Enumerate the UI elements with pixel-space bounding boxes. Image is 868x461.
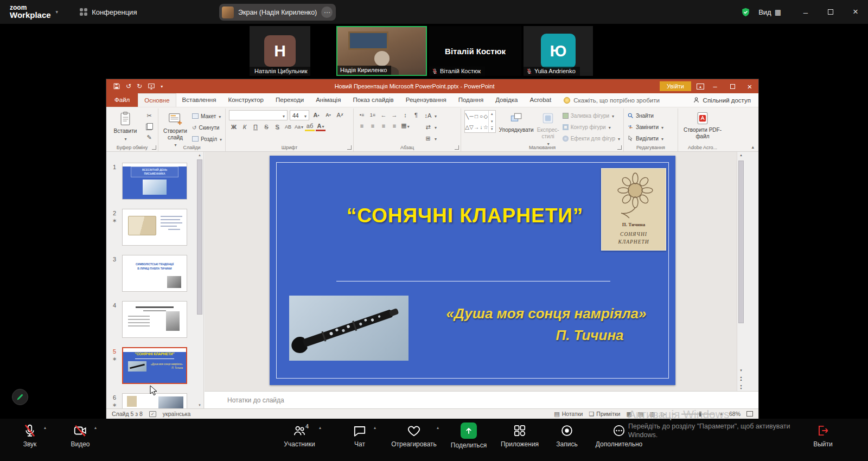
- tab-acrobat[interactable]: Acrobat: [524, 93, 558, 107]
- tab-slideshow[interactable]: Показ слайдів: [347, 93, 399, 107]
- font-size-combo[interactable]: 44: [290, 110, 309, 120]
- thumbnail-slide-5-selected[interactable]: "СОНЯЧНІ КЛАРНЕТИ" «Душа моя сонця намрі…: [122, 347, 187, 384]
- book-cover-image[interactable]: П. Тичина СОНЯЧНІ КЛАРНЕТИ: [601, 168, 666, 251]
- save-icon[interactable]: [113, 82, 120, 90]
- format-painter-icon[interactable]: ✎: [144, 133, 154, 142]
- tab-review[interactable]: Рецензування: [400, 93, 452, 107]
- justify-icon[interactable]: ≡: [390, 121, 399, 130]
- thumbnail-slide-3[interactable]: СИМВОЛІСТСЬКІ ТЕНДЕНЦІЇВ ЛІРИЦІ ПАВЛА ТИ…: [122, 255, 187, 292]
- arrange-button[interactable]: Упорядкувати: [499, 110, 534, 133]
- participant-tile-active[interactable]: Надія Кириленко: [336, 26, 427, 76]
- current-slide-canvas[interactable]: “СОНЯЧНІ КЛАРНЕТИ” П. Тичина СОН: [270, 156, 675, 385]
- tab-design[interactable]: Конструктор: [222, 93, 270, 107]
- char-spacing-icon[interactable]: АВ: [283, 122, 293, 131]
- underline-icon[interactable]: П: [251, 122, 260, 131]
- align-center-icon[interactable]: ≡: [368, 121, 378, 130]
- undo-icon[interactable]: ↺: [126, 82, 131, 90]
- zoom-slider[interactable]: [681, 414, 714, 414]
- line-spacing-icon[interactable]: ↕: [400, 110, 410, 119]
- notes-toggle[interactable]: ▤Нотатки: [554, 411, 583, 418]
- tab-home[interactable]: Основне: [138, 93, 176, 107]
- align-text-button[interactable]: ⇄: [424, 122, 437, 132]
- slideshow-view-icon[interactable]: ▷: [661, 411, 666, 418]
- scrollbar-thumb[interactable]: [738, 161, 744, 323]
- reset-button[interactable]: ↺Скинути: [192, 123, 222, 132]
- scroll-down-icon[interactable]: ▾: [196, 403, 203, 407]
- italic-icon[interactable]: К: [240, 122, 250, 131]
- slide-title[interactable]: “СОНЯЧНІ КЛАРНЕТИ”: [308, 204, 622, 227]
- zoom-percent[interactable]: 68%: [729, 411, 741, 417]
- cut-icon[interactable]: ✂: [144, 111, 154, 120]
- ellipsis-icon[interactable]: ⋯: [321, 7, 333, 18]
- previous-slide-button[interactable]: ▲▲: [737, 376, 745, 381]
- decrease-indent-icon[interactable]: ←: [379, 110, 388, 119]
- align-left-icon[interactable]: ≡: [357, 121, 367, 130]
- share-button[interactable]: Спільний доступ: [693, 93, 751, 107]
- bullets-icon[interactable]: •≡: [357, 110, 367, 119]
- maximize-button[interactable]: [818, 0, 843, 24]
- text-shadow-icon[interactable]: S: [272, 122, 282, 131]
- tab-file[interactable]: Файл: [106, 93, 138, 107]
- zoom-in-icon[interactable]: +: [720, 411, 723, 417]
- highlight-color-icon[interactable]: аб: [305, 122, 315, 131]
- redo-icon[interactable]: ↻: [137, 82, 142, 90]
- screen-share-tab[interactable]: Экран (Надія Кириленко) ⋯: [219, 4, 336, 21]
- comments-toggle[interactable]: ❏Примітки: [589, 411, 620, 418]
- bold-icon[interactable]: Ж: [229, 122, 239, 131]
- leave-button[interactable]: Выйти: [791, 424, 855, 448]
- columns-icon[interactable]: ▦: [400, 121, 410, 130]
- video-button[interactable]: Видео ▴: [48, 424, 112, 448]
- numbering-icon[interactable]: 1≡: [368, 110, 378, 119]
- participant-tile[interactable]: Ю Yulia Andrienko: [524, 26, 593, 76]
- shrink-font-icon[interactable]: А▾: [323, 110, 333, 119]
- tab-insert[interactable]: Вставлення: [176, 93, 222, 107]
- collapse-ribbon-icon[interactable]: ▴: [751, 144, 754, 150]
- shape-effects-button[interactable]: Ефекти для фігур: [563, 133, 620, 143]
- clear-formatting-icon[interactable]: А✗: [335, 110, 345, 119]
- strikethrough-icon[interactable]: S: [261, 122, 271, 131]
- next-slide-button[interactable]: ▼▼: [737, 385, 745, 390]
- thumbnail-scrollbar[interactable]: ▴ ▾: [196, 152, 203, 408]
- notes-pane[interactable]: Нотатки до слайда: [205, 391, 758, 408]
- scroll-down-icon[interactable]: ▾: [737, 368, 745, 373]
- increase-indent-icon[interactable]: →: [390, 110, 399, 119]
- annotate-button[interactable]: [12, 389, 28, 405]
- shape-fill-button[interactable]: Заливка фігури: [563, 111, 620, 120]
- grow-font-icon[interactable]: А▴: [311, 110, 321, 119]
- chevron-up-icon[interactable]: ▴: [374, 425, 376, 430]
- layout-button[interactable]: Макет: [192, 111, 222, 121]
- clarinet-image[interactable]: [289, 296, 409, 361]
- thumbnail-slide-1[interactable]: ВСЕСВІТНІЙ ДЕНЬ ПИСЬМЕННИКА: [122, 163, 187, 200]
- text-direction-icon[interactable]: ¶: [411, 110, 421, 119]
- quick-styles-button[interactable]: Експрес-стилі: [537, 110, 559, 147]
- shape-outline-button[interactable]: Контур фігури: [563, 122, 620, 132]
- participant-tile[interactable]: Віталій Костюк Віталій Костюк: [429, 26, 521, 76]
- font-color-icon[interactable]: А: [316, 122, 326, 131]
- spellcheck-icon[interactable]: ✓: [149, 411, 156, 417]
- ribbon-display-options-icon[interactable]: ▴: [697, 84, 704, 89]
- language-indicator[interactable]: українська: [163, 411, 191, 417]
- find-button[interactable]: Знайти: [627, 111, 663, 120]
- qat-customize-icon[interactable]: ▾: [161, 84, 163, 89]
- ppt-close-button[interactable]: ×: [741, 79, 758, 93]
- shapes-gallery[interactable]: ╲─□○◇ △▽→↓☆ ▴▾▾: [464, 110, 496, 133]
- replace-button[interactable]: Замінити: [627, 122, 663, 132]
- dialog-launcher-icon[interactable]: [347, 145, 352, 150]
- sign-in-button[interactable]: Увійти: [660, 81, 691, 91]
- participant-tile[interactable]: Н Наталія Цибульник: [250, 26, 310, 76]
- chevron-up-icon[interactable]: ▴: [319, 425, 321, 430]
- create-pdf-button[interactable]: Створити PDF-файл: [681, 110, 724, 139]
- meeting-tab[interactable]: Конференция: [80, 8, 137, 16]
- paste-button[interactable]: Вставити: [110, 110, 141, 142]
- view-button[interactable]: Вид ▦: [758, 8, 781, 16]
- slide-sorter-icon[interactable]: ▤: [638, 411, 643, 418]
- smartart-button[interactable]: ⊞: [424, 133, 437, 143]
- tell-me-box[interactable]: Скажіть, що потрібно зробити: [564, 93, 660, 107]
- ppt-restore-button[interactable]: [724, 79, 741, 93]
- divider-line[interactable]: [336, 281, 610, 281]
- new-slide-button[interactable]: Створити слайд: [162, 110, 189, 148]
- chevron-up-icon[interactable]: ▴: [94, 425, 97, 430]
- align-right-icon[interactable]: ≡: [379, 121, 388, 130]
- scroll-up-icon[interactable]: ▴: [737, 153, 745, 157]
- thumbnail-slide-4[interactable]: [122, 301, 187, 338]
